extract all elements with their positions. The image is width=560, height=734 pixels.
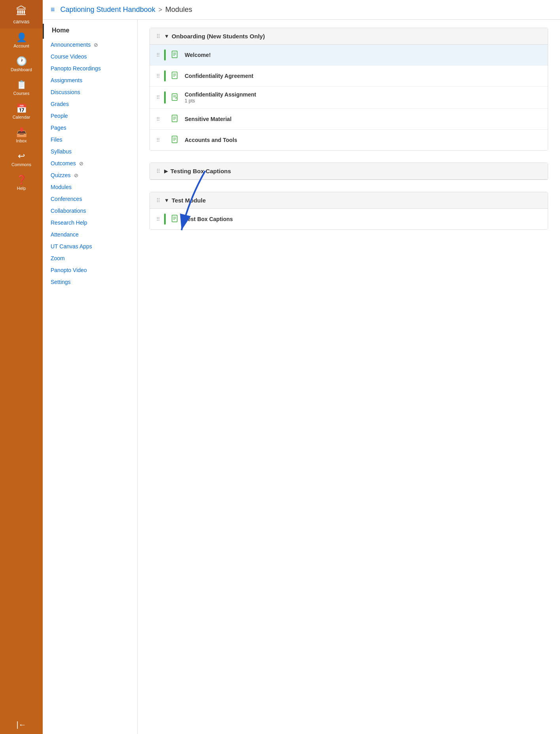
item-conf-assignment-bar xyxy=(164,91,166,104)
sidebar-item-courses[interactable]: 📋 Courses xyxy=(0,76,43,100)
item-test-box-captions-title: Test Box Captions xyxy=(185,216,541,222)
canvas-logo-text: canvas xyxy=(13,19,29,25)
collapse-icon: |← xyxy=(16,720,26,729)
breadcrumb-current: Modules xyxy=(165,6,192,14)
breadcrumb: Captioning Student Handbook > Modules xyxy=(61,6,193,14)
module-onboarding-collapse-button[interactable]: ▼ xyxy=(164,33,169,39)
module-item-sensitive: ⠿ Sensitive Material xyxy=(150,109,548,130)
sidebar-item-calendar[interactable]: 📅 Calendar xyxy=(0,100,43,123)
nav-ut-canvas-apps-label: UT Canvas Apps xyxy=(51,243,92,250)
item-conf-assignment-text: Confidentiality Assignment 1 pts xyxy=(185,91,541,104)
module-testing-box-collapse-button[interactable]: ▶ xyxy=(164,168,168,174)
nav-assignments[interactable]: Assignments xyxy=(43,74,137,86)
item-welcome-bar xyxy=(164,49,166,61)
module-testing-box-drag-handle[interactable]: ⠿ xyxy=(156,168,160,174)
sidebar: 🏛 canvas 👤 Account 🕐 Dashboard 📋 Courses… xyxy=(0,0,43,734)
nav-zoom[interactable]: Zoom xyxy=(43,252,137,264)
sidebar-item-help[interactable]: ❓ Help xyxy=(0,171,43,195)
item-test-box-captions-text: Test Box Captions xyxy=(185,216,541,222)
nav-attendance[interactable]: Attendance xyxy=(43,229,137,240)
module-onboarding-drag-handle[interactable]: ⠿ xyxy=(156,33,160,40)
item-test-box-captions-drag[interactable]: ⠿ xyxy=(156,216,160,222)
nav-settings[interactable]: Settings xyxy=(43,276,137,288)
nav-panopto-video-label: Panopto Video xyxy=(51,267,87,273)
sidebar-item-account[interactable]: 👤 Account xyxy=(0,28,43,52)
sidebar-item-commons[interactable]: ↩ Commons xyxy=(0,147,43,171)
hamburger-icon[interactable]: ≡ xyxy=(51,6,55,14)
module-testing-box-header: ⠿ ▶ Testing Box Captions xyxy=(150,163,548,180)
module-item-test-box-captions: ⠿ Test Box Captions xyxy=(150,209,548,229)
item-conf-assignment-icon xyxy=(170,92,181,103)
module-test-header: ⠿ ▼ Test Module xyxy=(150,192,548,209)
nav-quizzes[interactable]: Quizzes ⊘ xyxy=(43,169,137,181)
sidebar-item-courses-label: Courses xyxy=(13,91,30,96)
item-conf-agreement-bar xyxy=(164,70,166,81)
item-welcome-drag[interactable]: ⠿ xyxy=(156,52,160,58)
nav-announcements[interactable]: Announcements ⊘ xyxy=(43,39,137,51)
nav-files[interactable]: Files xyxy=(43,134,137,146)
nav-panopto-recordings-label: Panopto Recordings xyxy=(51,65,101,72)
nav-collaborations-label: Collaborations xyxy=(51,208,86,214)
nav-course-videos[interactable]: Course Videos xyxy=(43,51,137,62)
account-icon: 👤 xyxy=(16,32,27,43)
sidebar-item-inbox-label: Inbox xyxy=(16,138,27,143)
nav-assignments-label: Assignments xyxy=(51,77,82,83)
inbox-icon: 📥 xyxy=(16,127,27,138)
item-conf-agreement-text: Confidentiality Agreement xyxy=(185,73,541,79)
nav-grades[interactable]: Grades xyxy=(43,98,137,110)
nav-grades-label: Grades xyxy=(51,101,69,107)
nav-people-label: People xyxy=(51,113,68,119)
nav-pages[interactable]: Pages xyxy=(43,122,137,134)
item-welcome-icon xyxy=(170,49,181,61)
nav-panopto-video[interactable]: Panopto Video xyxy=(43,264,137,276)
nav-research-help-label: Research Help xyxy=(51,219,87,226)
sidebar-item-help-label: Help xyxy=(17,186,26,191)
nav-modules[interactable]: Modules xyxy=(43,181,137,193)
help-icon: ❓ xyxy=(16,175,27,185)
item-test-box-captions-bar xyxy=(164,214,166,225)
item-sensitive-icon xyxy=(170,114,181,125)
nav-syllabus-label: Syllabus xyxy=(51,148,72,155)
nav-home[interactable]: Home xyxy=(43,24,137,39)
item-conf-assignment-title: Confidentiality Assignment xyxy=(185,91,541,98)
nav-panopto-recordings[interactable]: Panopto Recordings xyxy=(43,62,137,74)
module-onboarding-title: Onboarding (New Students Only) xyxy=(172,33,265,40)
nav-pages-label: Pages xyxy=(51,125,66,131)
nav-files-label: Files xyxy=(51,136,62,143)
item-accounts-tools-icon xyxy=(170,134,181,146)
module-testing-box-title: Testing Box Captions xyxy=(170,168,231,174)
sidebar-item-dashboard-label: Dashboard xyxy=(11,67,32,72)
sidebar-item-dashboard[interactable]: 🕐 Dashboard xyxy=(0,52,43,76)
canvas-logo-icon: 🏛 xyxy=(16,5,27,18)
nav-zoom-label: Zoom xyxy=(51,255,65,261)
sidebar-item-inbox[interactable]: 📥 Inbox xyxy=(0,123,43,147)
content-wrapper: Home Announcements ⊘ Course Videos Panop… xyxy=(43,20,560,734)
item-conf-agreement-drag[interactable]: ⠿ xyxy=(156,73,160,79)
item-conf-assignment-drag[interactable]: ⠿ xyxy=(156,95,160,100)
nav-modules-label: Modules xyxy=(51,184,72,190)
nav-syllabus[interactable]: Syllabus xyxy=(43,146,137,157)
canvas-logo[interactable]: 🏛 canvas xyxy=(0,0,43,28)
nav-ut-canvas-apps[interactable]: UT Canvas Apps xyxy=(43,240,137,252)
nav-quizzes-label: Quizzes xyxy=(51,172,71,178)
module-test-drag-handle[interactable]: ⠿ xyxy=(156,197,160,204)
item-welcome-title: Welcome! xyxy=(185,52,541,58)
nav-outcomes[interactable]: Outcomes ⊘ xyxy=(43,157,137,169)
dashboard-icon: 🕐 xyxy=(16,56,27,66)
nav-people[interactable]: People xyxy=(43,110,137,122)
item-sensitive-title: Sensitive Material xyxy=(185,116,541,122)
nav-conferences[interactable]: Conferences xyxy=(43,193,137,205)
sidebar-collapse[interactable]: |← xyxy=(0,715,43,734)
item-test-box-captions-icon xyxy=(170,214,181,225)
breadcrumb-link[interactable]: Captioning Student Handbook xyxy=(61,6,155,14)
nav-discussions[interactable]: Discussions xyxy=(43,86,137,98)
nav-quizzes-eye: ⊘ xyxy=(74,172,78,178)
nav-research-help[interactable]: Research Help xyxy=(43,217,137,229)
module-test-collapse-button[interactable]: ▼ xyxy=(164,197,169,203)
item-accounts-tools-drag[interactable]: ⠿ xyxy=(156,137,160,143)
nav-outcomes-label: Outcomes xyxy=(51,160,76,166)
item-sensitive-drag[interactable]: ⠿ xyxy=(156,116,160,122)
breadcrumb-separator: > xyxy=(159,6,162,13)
item-accounts-tools-text: Accounts and Tools xyxy=(185,137,541,143)
nav-collaborations[interactable]: Collaborations xyxy=(43,205,137,217)
